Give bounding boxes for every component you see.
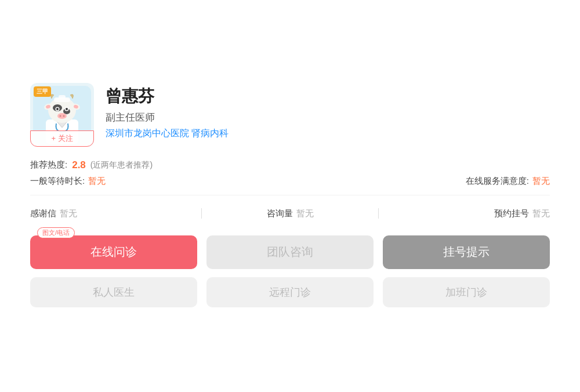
divider-1 [30, 195, 550, 195]
wait-time-label: 一般等待时长: [30, 176, 85, 187]
follow-button[interactable]: + 关注 [30, 130, 94, 147]
recommendation-note: (近两年患者推荐) [90, 160, 153, 170]
actions-row-1: 图文/电话 在线问诊 团队咨询 挂号提示 [30, 235, 550, 269]
actions-section: 图文/电话 在线问诊 团队咨询 挂号提示 私人医生 远程门诊 加班门诊 [30, 235, 550, 307]
appointment-hint-wrapper: 挂号提示 [383, 235, 550, 269]
metric-divider-1 [201, 208, 202, 219]
metric-thanks: 感谢信 暂无 [30, 208, 195, 219]
metric-consult: 咨询量 暂无 [208, 208, 373, 219]
metric-appointment: 预约挂号 暂无 [385, 208, 550, 219]
doctor-name: 曾惠芬 [106, 85, 550, 107]
metric-consult-label: 咨询量 [267, 208, 293, 219]
metric-divider-2 [378, 208, 379, 219]
svg-point-13 [57, 113, 67, 119]
doctor-card: 牛 三甲 + 关注 曾惠芬 副主任医师 深圳市龙岗中心医院 肾病内科 推荐热度:… [12, 67, 568, 326]
svg-point-11 [56, 108, 59, 110]
online-consult-button[interactable]: 在线问诊 [30, 235, 197, 269]
metric-consult-value: 暂无 [296, 208, 314, 219]
wait-time-group: 一般等待时长: 暂无 [30, 176, 106, 187]
extra-clinic-button: 加班门诊 [383, 277, 550, 307]
metrics-row: 感谢信 暂无 咨询量 暂无 预约挂号 暂无 [30, 204, 550, 224]
team-consult-button: 团队咨询 [206, 235, 374, 269]
doctor-header: 牛 三甲 + 关注 曾惠芬 副主任医师 深圳市龙岗中心医院 肾病内科 [30, 83, 550, 147]
svg-point-15 [63, 115, 65, 117]
wait-satisfaction-row: 一般等待时长: 暂无 在线服务满意度: 暂无 [30, 176, 550, 187]
svg-point-14 [60, 115, 61, 117]
team-consult-wrapper: 团队咨询 [206, 235, 374, 269]
recommendation-row: 推荐热度: 2.8 (近两年患者推荐) [30, 159, 550, 171]
satisfaction-label: 在线服务满意度: [466, 176, 529, 187]
metric-thanks-label: 感谢信 [30, 208, 56, 219]
doctor-info: 曾惠芬 副主任医师 深圳市龙岗中心医院 肾病内科 [106, 83, 550, 140]
metric-thanks-value: 暂无 [60, 208, 77, 219]
actions-row-2: 私人医生 远程门诊 加班门诊 [30, 277, 550, 307]
svg-rect-17 [59, 95, 66, 99]
wait-time-value: 暂无 [88, 176, 106, 187]
remote-clinic-button: 远程门诊 [206, 277, 374, 307]
online-consult-wrapper: 图文/电话 在线问诊 [30, 235, 197, 269]
metric-appointment-value: 暂无 [532, 208, 550, 219]
recommendation-label: 推荐热度: [30, 159, 67, 170]
satisfaction-value: 暂无 [532, 176, 550, 187]
stats-section: 推荐热度: 2.8 (近两年患者推荐) 一般等待时长: 暂无 在线服务满意度: … [30, 159, 550, 187]
private-doctor-button: 私人医生 [30, 277, 197, 307]
online-consult-tag: 图文/电话 [37, 227, 75, 238]
appointment-hint-button[interactable]: 挂号提示 [383, 235, 550, 269]
badge-sanjia: 三甲 [34, 86, 51, 97]
doctor-hospital[interactable]: 深圳市龙岗中心医院 肾病内科 [106, 128, 550, 140]
doctor-title: 副主任医师 [106, 111, 550, 124]
svg-point-12 [66, 108, 68, 110]
recommendation-value: 2.8 [72, 159, 86, 171]
metric-appointment-label: 预约挂号 [494, 208, 529, 219]
avatar-container: 牛 三甲 + 关注 [30, 83, 94, 147]
satisfaction-group: 在线服务满意度: 暂无 [466, 176, 550, 187]
